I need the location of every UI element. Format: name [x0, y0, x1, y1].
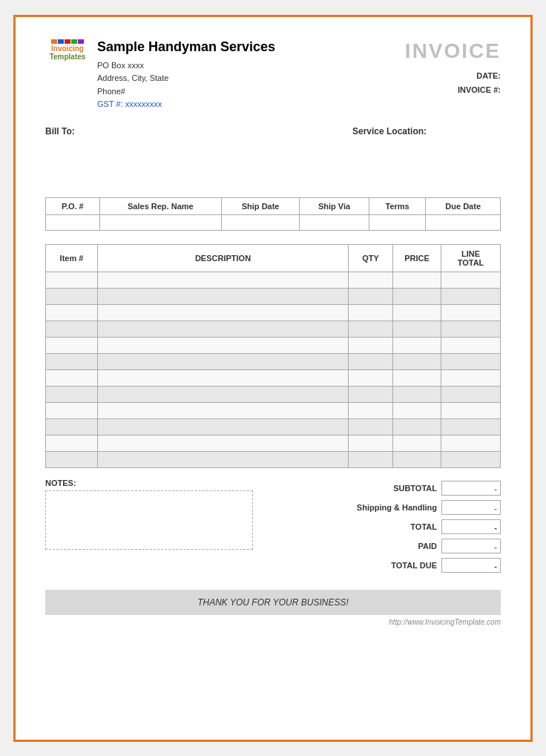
item-qty: [349, 321, 393, 337]
footer-bar: THANK YOU FOR YOUR BUSINESS!: [45, 590, 501, 615]
paid-row: PAID -: [315, 536, 501, 556]
company-details: PO Box xxxx Address, City, State Phone# …: [97, 59, 275, 111]
item-price: [393, 418, 441, 435]
item-num: [46, 288, 98, 304]
item-desc: [98, 451, 349, 467]
items-th-qty: QTY: [349, 244, 393, 272]
order-th-due-date: Due Date: [426, 197, 501, 214]
notes-label: NOTES:: [45, 479, 300, 487]
item-desc: [98, 386, 349, 402]
order-th-sales-rep: Sales Rep. Name: [99, 197, 221, 214]
item-desc: [98, 353, 349, 369]
table-row: [46, 435, 501, 451]
items-th-item: Item #: [46, 244, 98, 272]
item-num: [46, 337, 98, 353]
thank-you-text: THANK YOU FOR YOUR BUSINESS!: [197, 597, 349, 608]
item-desc: [98, 435, 349, 451]
item-linetotal: [441, 402, 501, 418]
totals-section: SUBTOTAL - Shipping & Handling - TOTAL -…: [315, 479, 501, 575]
item-price: [393, 321, 441, 337]
order-th-ship-via: Ship Via: [300, 197, 369, 214]
date-label: DATE:: [405, 69, 501, 84]
total-label: TOTAL: [315, 522, 441, 531]
items-th-price: PRICE: [393, 244, 441, 272]
item-desc: [98, 418, 349, 435]
company-gst[interactable]: GST #: xxxxxxxxx: [97, 99, 162, 108]
subtotal-value: -: [441, 481, 501, 496]
item-linetotal: [441, 386, 501, 402]
company-left: Invoicing Templates Sample Handyman Serv…: [45, 39, 275, 111]
table-row: [46, 451, 501, 467]
item-desc: [98, 272, 349, 288]
item-num: [46, 418, 98, 435]
item-qty: [349, 337, 393, 353]
order-table: P.O. # Sales Rep. Name Ship Date Ship Vi…: [45, 197, 501, 231]
company-address2: Address, City, State: [97, 72, 275, 85]
item-num: [46, 353, 98, 369]
company-name: Sample Handyman Services: [97, 39, 275, 55]
item-qty: [349, 435, 393, 451]
item-num: [46, 304, 98, 321]
order-th-po: P.O. #: [46, 197, 100, 214]
item-price: [393, 272, 441, 288]
table-row: [46, 369, 501, 386]
item-num: [46, 272, 98, 288]
logo-templates-text: Templates: [50, 53, 86, 61]
item-linetotal: [441, 304, 501, 321]
total-due-row: TOTAL DUE -: [315, 556, 501, 575]
shipping-label: Shipping & Handling: [315, 503, 441, 512]
item-linetotal: [441, 418, 501, 435]
notes-box[interactable]: [45, 490, 253, 550]
items-th-linetotal: LINE TOTAL: [441, 244, 501, 272]
item-price: [393, 288, 441, 304]
invoice-meta: DATE: INVOICE #:: [405, 69, 501, 99]
item-price: [393, 435, 441, 451]
item-linetotal: [441, 435, 501, 451]
item-qty: [349, 272, 393, 288]
footer-url: http://www.InvoicingTemplate.com: [45, 618, 501, 626]
table-row: [46, 337, 501, 353]
order-th-terms: Terms: [369, 197, 426, 214]
item-qty: [349, 451, 393, 467]
service-location-content: [352, 137, 501, 181]
table-row: [46, 353, 501, 369]
service-location: Service Location:: [352, 126, 501, 181]
item-qty: [349, 353, 393, 369]
order-shipdate-val: [221, 214, 299, 230]
items-table: Item # DESCRIPTION QTY PRICE LINE TOTAL: [45, 244, 501, 468]
bill-to-content: [45, 137, 194, 181]
invoice-title: INVOICE: [405, 39, 501, 63]
bottom-section: NOTES: SUBTOTAL - Shipping & Handling - …: [45, 479, 501, 575]
total-value: -: [441, 519, 501, 534]
item-num: [46, 386, 98, 402]
logo-invoicing-text: Invoicing: [51, 45, 84, 53]
item-desc: [98, 288, 349, 304]
item-price: [393, 386, 441, 402]
shipping-row: Shipping & Handling -: [315, 498, 501, 517]
item-desc: [98, 304, 349, 321]
item-price: [393, 353, 441, 369]
notes-section: NOTES:: [45, 479, 300, 550]
bill-to: Bill To:: [45, 126, 194, 181]
order-shipvia-val: [300, 214, 369, 230]
invoice-page: Invoicing Templates Sample Handyman Serv…: [13, 15, 533, 742]
table-row: [46, 321, 501, 337]
order-th-ship-date: Ship Date: [221, 197, 299, 214]
order-duedate-val: [426, 214, 501, 230]
company-info: Sample Handyman Services PO Box xxxx Add…: [97, 39, 275, 111]
item-num: [46, 321, 98, 337]
item-price: [393, 451, 441, 467]
company-address1: PO Box xxxx: [97, 59, 275, 73]
header-section: Invoicing Templates Sample Handyman Serv…: [45, 39, 501, 111]
item-price: [393, 369, 441, 386]
order-data-row: [46, 214, 501, 230]
item-qty: [349, 418, 393, 435]
total-due-label: TOTAL DUE: [315, 561, 441, 570]
bill-section: Bill To: Service Location:: [45, 126, 501, 181]
paid-label: PAID: [315, 542, 441, 550]
item-qty: [349, 304, 393, 321]
item-linetotal: [441, 321, 501, 337]
item-linetotal: [441, 288, 501, 304]
item-desc: [98, 369, 349, 386]
total-due-value: -: [441, 558, 501, 573]
